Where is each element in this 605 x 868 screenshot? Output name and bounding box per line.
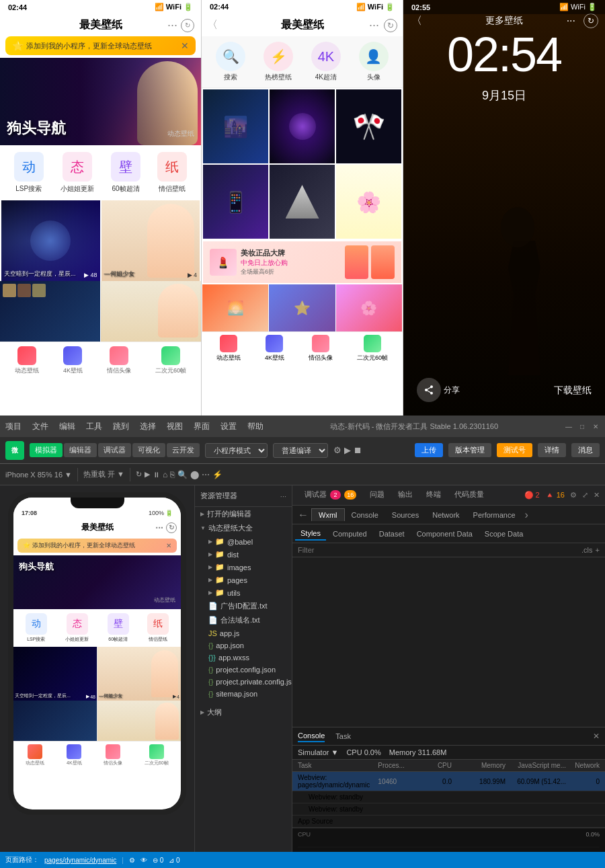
window-minimize[interactable]: — [565,422,573,430]
phone1-icon-lsp[interactable]: 动 LSP搜索 [14,152,44,194]
statusbar-eye-icon[interactable]: 👁 [140,857,147,864]
sim-icon-hd[interactable]: 壁 60帧超清 [108,613,129,643]
version-manage-button[interactable]: 版本管理 [448,443,491,457]
sim-play[interactable]: ▶ [145,470,150,479]
simulator-label[interactable]: Simulator ▼ [298,748,338,756]
file-projectprivate[interactable]: {} project.private.config.js... [195,676,292,688]
menu-goto[interactable]: 跳到 [113,421,129,432]
file-utils[interactable]: ▶ 📁 utils [195,586,292,599]
phone2-trending-icon[interactable]: ⚡ 热榜壁纸 [264,42,293,82]
styles-filter-input[interactable] [298,546,579,554]
phone2-grid-item-2[interactable] [270,89,335,163]
sub-tab-more[interactable]: › [525,509,528,521]
compile-btn[interactable]: ⚙ [333,445,341,455]
statusbar-gear-icon[interactable]: ⚙ [129,857,135,864]
phone1-banner[interactable]: ⭐ 添加到我的小程序，更新全球动态壁纸 ✕ [5,36,196,55]
window-maximize[interactable]: □ [578,422,586,430]
styles-tab-computed[interactable]: Computed [327,528,372,540]
console-tab-task[interactable]: Task [335,731,351,742]
devtools-tab-quality[interactable]: 代码质量 [448,487,491,504]
detail-button[interactable]: 详情 [538,443,566,457]
menu-select[interactable]: 选择 [140,421,156,432]
sim-grid-item-1[interactable]: 天空暗到一定程度，星辰... ▶48 [13,647,97,701]
upload-button[interactable]: 上传 [415,443,443,457]
devtools-tab-output[interactable]: 输出 [391,487,419,504]
sim-pause[interactable]: ⏸ [153,471,160,479]
sim-banner-close[interactable]: ✕ [166,542,171,549]
phone1-banner-close[interactable]: ✕ [181,40,189,51]
sim-rotate[interactable]: ↻ [136,470,142,479]
phone2-grid-item-3[interactable]: 🎌 [336,89,401,163]
sim-search[interactable]: 🔍 [177,470,188,479]
phone2-grid-item-1[interactable]: 🌆 [203,89,268,163]
phone2-4k-icon[interactable]: 4K 4K超清 [311,42,341,82]
toolbar-debugger[interactable]: 调试器 [98,443,131,457]
file-adconfig[interactable]: 📄 广告ID配置.txt [195,599,292,613]
phone1-icon-4k[interactable]: 壁 60帧超清 [111,152,140,194]
sim-clear[interactable]: ⬤ [190,470,199,479]
phone1-nav-4k[interactable]: 4K壁纸 [63,346,83,375]
statusbar-page-path[interactable]: pages/dynamic/dynamic [44,857,116,864]
devtools-tab-terminal[interactable]: 终端 [419,487,448,504]
sim-extra-grid-2[interactable] [97,701,181,741]
sim-extra[interactable]: ⚡ [212,470,223,479]
phone2-refresh-icon[interactable]: ↻ [384,19,397,32]
sim-nav-4k[interactable]: 4K壁纸 [67,744,82,766]
preview-btn[interactable]: ▶ [344,445,351,455]
phone1-nav-couple[interactable]: 情侣头像 [107,346,131,375]
file-manager-more[interactable]: ··· [280,492,286,500]
stop-btn[interactable]: ⏹ [354,445,362,455]
phone2-search-icon[interactable]: 🔍 搜索 [216,42,245,82]
menu-settings[interactable]: 设置 [220,421,237,432]
sim-icon-couple[interactable]: 纸 情侣壁纸 [147,613,169,643]
phone2-grid-item-5[interactable] [270,165,335,239]
file-images[interactable]: ▶ 📁 images [195,561,292,574]
devtools-subtab-wxml[interactable]: Wxml [311,508,345,521]
sub-tab-toggle[interactable]: ← [298,509,309,521]
phone2-back-icon[interactable]: 〈 [207,18,218,32]
devtools-subtab-network[interactable]: Network [426,509,466,521]
outline-header[interactable]: ▶ 大纲 [195,705,292,719]
menu-view[interactable]: 视图 [167,421,183,432]
expand-icon[interactable]: ⤢ [582,491,588,500]
close-icon[interactable]: ✕ [594,491,600,500]
sim-nav-anime[interactable]: 二次元60帧 [145,744,169,766]
open-editors-section[interactable]: ▶ 打开的编辑器 [195,507,292,521]
menu-help[interactable]: 帮助 [247,421,264,432]
file-sitemap[interactable]: {} sitemap.json [195,688,292,700]
devtools-tab-issues[interactable]: 问题 [363,487,391,504]
phone3-share-button[interactable]: 分享 [417,378,460,402]
phone2-nav-anime[interactable]: 二次元60帧 [357,335,388,362]
task-row-4[interactable]: App Source [292,816,605,828]
phone3-share-icon[interactable] [417,378,441,402]
console-close-btn[interactable]: ✕ [593,732,600,741]
file-projectconfig[interactable]: {} project.config.json [195,664,292,676]
file-appwxss[interactable]: {}} app.wxss [195,652,292,664]
styles-tab-styles[interactable]: Styles [295,527,326,541]
phone3-more-icon[interactable]: ··· [567,15,575,27]
menu-edit[interactable]: 编辑 [59,421,75,432]
phone2-avatar-icon[interactable]: 👤 头像 [359,42,389,82]
phone1-nav-dynamic[interactable]: 动态壁纸 [15,346,39,375]
styles-tab-dataset[interactable]: Dataset [374,528,410,540]
file-dist[interactable]: ▶ 📁 dist [195,548,292,561]
cls-button[interactable]: .cls [581,546,593,554]
menu-tools[interactable]: 工具 [86,421,102,432]
toolbar-editor[interactable]: 编辑器 [64,443,97,457]
devtools-subtab-performance[interactable]: Performance [467,509,522,521]
task-row-1[interactable]: Webview: pages/dynamic/dynamic 10460 0.0… [292,772,605,791]
message-button[interactable]: 消息 [571,443,600,457]
sim-extra-grid-1[interactable] [13,701,97,741]
phone3-download-button[interactable]: 下载壁纸 [554,385,592,397]
phone2-more-icon[interactable]: ··· [369,18,379,32]
sim-nav-dynamic[interactable]: 动态壁纸 [26,744,44,766]
phone1-icon-girl[interactable]: 态 小姐姐更新 [61,152,94,194]
styles-tab-scopedata[interactable]: Scope Data [479,528,528,540]
sim-refresh-icon[interactable]: ↻ [166,522,177,533]
devtools-subtab-console[interactable]: Console [345,509,385,521]
phone1-refresh-icon[interactable]: ↻ [181,19,194,32]
toolbar-cloud[interactable]: 云开发 [167,443,200,457]
hotreload-toggle[interactable]: 热重载 开 ▼ [83,469,124,479]
styles-tab-componentdata[interactable]: Component Data [411,528,478,540]
menu-file[interactable]: 文件 [32,421,48,432]
